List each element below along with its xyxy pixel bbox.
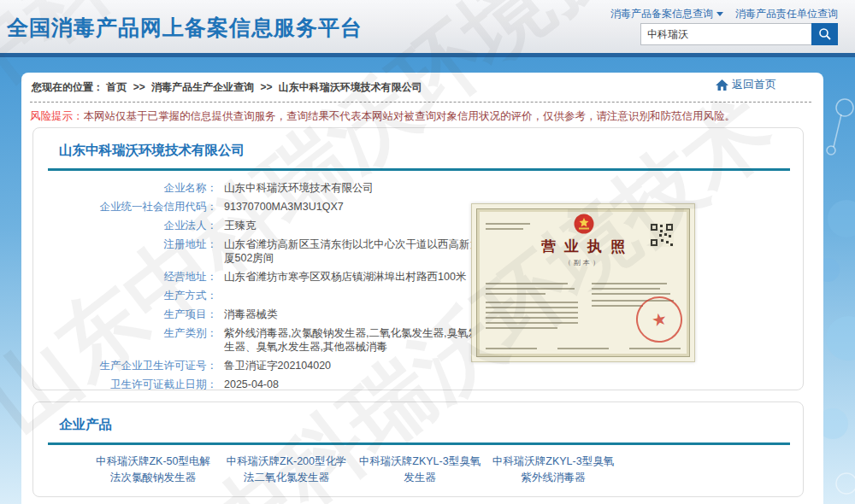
breadcrumb-separator: >> bbox=[133, 81, 145, 93]
field-value: 紫外线消毒器,次氯酸钠发生器,二氧化氯发生器,臭氧发生器、臭氧水发生器,其他器械… bbox=[224, 326, 485, 354]
field-value: 2025-04-08 bbox=[224, 378, 485, 391]
header-divider-bar bbox=[0, 53, 855, 57]
site-header: 全国消毒产品网上备案信息服务平台 消毒产品备案信息查询 消毒产品责任单位查询 bbox=[0, 0, 855, 53]
field-label: 经营地址： bbox=[33, 270, 217, 284]
product-link[interactable]: 中科瑞沃牌ZK-200型化学法二氧化氯发生器 bbox=[220, 454, 353, 487]
nav-record-info-label: 消毒产品备案信息查询 bbox=[610, 7, 713, 21]
field-label: 生产方式： bbox=[33, 289, 217, 302]
product-list: 中科瑞沃牌ZK-50型电解法次氯酸钠发生器 中科瑞沃牌ZK-200型化学法二氧化… bbox=[86, 454, 620, 487]
field-value bbox=[224, 289, 485, 302]
field-row: 生产类别：紫外线消毒器,次氯酸钠发生器,二氧化氯发生器,臭氧发生器、臭氧水发生器… bbox=[33, 326, 495, 354]
section-divider bbox=[48, 442, 790, 445]
company-title: 山东中科瑞沃环境技术有限公司 bbox=[59, 142, 245, 160]
breadcrumb-enterprise-query[interactable]: 消毒产品生产企业查询 bbox=[151, 81, 254, 93]
business-license-image: 营业执照 （副本） bbox=[471, 203, 695, 362]
company-fields: 企业名称：山东中科瑞沃环境技术有限公司 企业统一社会信用代码：91370700M… bbox=[33, 181, 495, 396]
field-row: 生产项目：消毒器械类 bbox=[33, 308, 495, 321]
home-icon bbox=[715, 79, 729, 91]
license-footer-text bbox=[486, 348, 681, 353]
field-value: 王臻克 bbox=[224, 219, 485, 232]
search-bar bbox=[640, 23, 838, 45]
field-row: 注册地址：山东省潍坊高新区玉清东街以北中心次干道以西高新大厦502房间 bbox=[33, 237, 495, 265]
molecule-decoration bbox=[821, 56, 855, 504]
field-value: 91370700MA3M3U1QX7 bbox=[224, 200, 485, 214]
field-label: 生产项目： bbox=[33, 308, 217, 321]
field-row: 生产方式： bbox=[33, 289, 495, 302]
products-title: 企业产品 bbox=[59, 416, 112, 434]
top-nav: 消毒产品备案信息查询 消毒产品责任单位查询 bbox=[610, 7, 838, 21]
license-left-column-text bbox=[486, 283, 580, 332]
risk-notice-text: 本网站仅基于已掌握的信息提供查询服务，查询结果不代表本网站对被查询对象信用状况的… bbox=[84, 110, 736, 122]
license-subtitle: （副本） bbox=[472, 258, 694, 267]
field-value: 消毒器械类 bbox=[224, 308, 485, 321]
search-button[interactable] bbox=[811, 23, 838, 45]
field-label: 卫生许可证截止日期： bbox=[33, 378, 217, 391]
field-label: 企业名称： bbox=[33, 181, 217, 195]
national-emblem-icon bbox=[573, 213, 595, 235]
field-label: 注册地址： bbox=[33, 237, 217, 265]
breadcrumb-current-company: 山东中科瑞沃环境技术有限公司 bbox=[279, 81, 422, 93]
section-divider bbox=[48, 168, 790, 171]
field-label: 企业统一社会信用代码： bbox=[33, 200, 217, 214]
field-row: 企业名称：山东中科瑞沃环境技术有限公司 bbox=[33, 181, 495, 195]
back-home-link[interactable]: 返回首页 bbox=[715, 77, 776, 92]
field-value: 山东中科瑞沃环境技术有限公司 bbox=[224, 181, 485, 195]
qr-code bbox=[650, 223, 674, 247]
breadcrumb: 您现在的位置： 首页 >> 消毒产品生产企业查询 >> 山东中科瑞沃环境技术有限… bbox=[32, 80, 422, 95]
breadcrumb-prefix: 您现在的位置： bbox=[32, 81, 103, 93]
field-value: 山东省潍坊市寒亭区双杨店镇湖淋埠出村路西100米 bbox=[224, 270, 485, 284]
company-info-card: 山东中科瑞沃环境技术有限公司 企业名称：山东中科瑞沃环境技术有限公司 企业统一社… bbox=[32, 127, 804, 390]
product-link[interactable]: 中科瑞沃牌ZKYL-3型臭氧紫外线消毒器 bbox=[486, 454, 620, 487]
license-credit-code-text bbox=[486, 223, 534, 233]
field-value: 山东省潍坊高新区玉清东街以北中心次干道以西高新大厦502房间 bbox=[224, 237, 485, 265]
risk-notice: 风险提示：本网站仅基于已掌握的信息提供查询服务，查询结果不代表本网站对被查询对象… bbox=[30, 109, 782, 123]
field-label: 生产类别： bbox=[33, 326, 217, 354]
nav-responsible-unit-query[interactable]: 消毒产品责任单位查询 bbox=[735, 7, 838, 21]
nav-record-info-query[interactable]: 消毒产品备案信息查询 bbox=[610, 7, 723, 21]
site-title: 全国消毒产品网上备案信息服务平台 bbox=[7, 14, 363, 42]
product-link[interactable]: 中科瑞沃牌ZK-50型电解法次氯酸钠发生器 bbox=[86, 454, 220, 487]
breadcrumb-home[interactable]: 首页 bbox=[106, 81, 127, 93]
field-label: 生产企业卫生许可证号： bbox=[33, 359, 217, 372]
field-row: 企业法人：王臻克 bbox=[33, 219, 495, 232]
field-row: 经营地址：山东省潍坊市寒亭区双杨店镇湖淋埠出村路西100米 bbox=[33, 270, 495, 284]
products-card: 企业产品 中科瑞沃牌ZK-50型电解法次氯酸钠发生器 中科瑞沃牌ZK-200型化… bbox=[32, 401, 804, 497]
dashed-separator bbox=[30, 102, 811, 103]
main-panel: 您现在的位置： 首页 >> 消毒产品生产企业查询 >> 山东中科瑞沃环境技术有限… bbox=[21, 73, 823, 504]
risk-notice-label: 风险提示： bbox=[30, 110, 84, 122]
nav-responsible-unit-label: 消毒产品责任单位查询 bbox=[735, 7, 838, 21]
back-home-label: 返回首页 bbox=[732, 77, 776, 92]
search-icon bbox=[818, 27, 832, 41]
field-row: 卫生许可证截止日期：2025-04-08 bbox=[33, 378, 495, 391]
field-row: 生产企业卫生许可证号：鲁卫消证字202104020 bbox=[33, 359, 495, 372]
field-value: 鲁卫消证字202104020 bbox=[224, 359, 485, 372]
field-label: 企业法人： bbox=[33, 219, 217, 232]
field-row: 企业统一社会信用代码：91370700MA3M3U1QX7 bbox=[33, 200, 495, 214]
search-input[interactable] bbox=[640, 23, 811, 45]
product-link[interactable]: 中科瑞沃牌ZKYL-3型臭氧发生器 bbox=[353, 454, 486, 487]
chevron-down-icon bbox=[716, 12, 723, 16]
breadcrumb-separator: >> bbox=[260, 81, 272, 93]
